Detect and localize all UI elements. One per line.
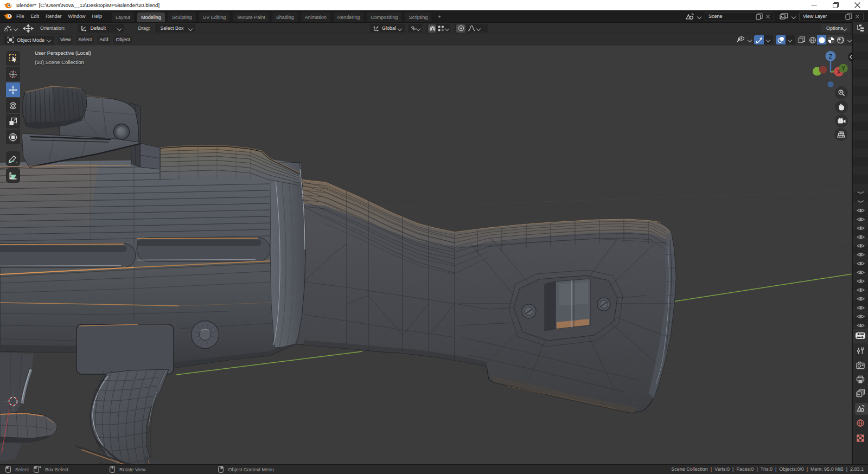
svg-text:Z: Z	[829, 53, 833, 60]
svg-text:Y: Y	[841, 66, 845, 72]
